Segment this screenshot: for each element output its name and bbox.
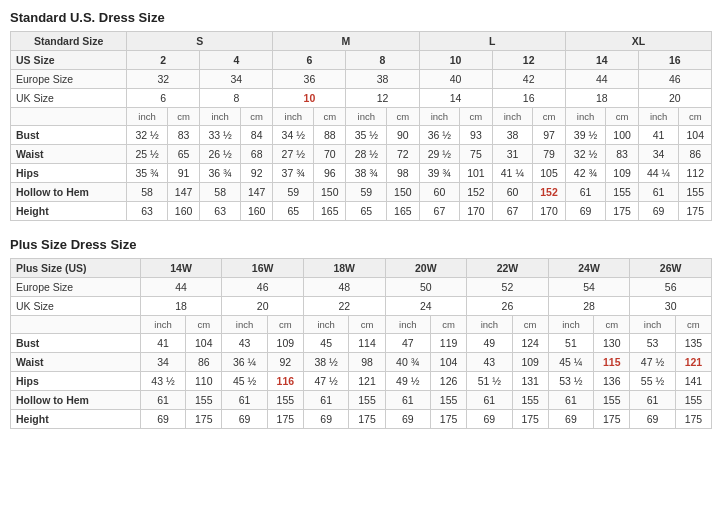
plus-22w: 22W (467, 259, 549, 278)
standard-table: Standard Size S M L XL US Size 2 4 6 8 1… (10, 31, 712, 221)
us-size-header: US Size (11, 51, 127, 70)
plus-uk-label: UK Size (11, 297, 141, 316)
us-10: 10 (419, 51, 492, 70)
standard-title: Standard U.S. Dress Size (10, 10, 712, 25)
europe-label: Europe Size (11, 70, 127, 89)
plus-18w: 18W (303, 259, 385, 278)
eu-38: 38 (346, 70, 419, 89)
plus-uk-row: UK Size 18 20 22 24 26 28 30 (11, 297, 712, 316)
hips-row: Hips 35 ¾91 36 ¾92 37 ¾96 38 ¾98 39 ¾101… (11, 164, 712, 183)
size-l: L (419, 32, 565, 51)
us-16: 16 (638, 51, 711, 70)
uk-label: UK Size (11, 89, 127, 108)
us-12: 12 (492, 51, 565, 70)
plus-hollow-hem-row: Hollow to Hem 61155 61155 61155 61155 61… (11, 391, 712, 410)
plus-waist-row: Waist 3486 36 ¼92 38 ½98 40 ¾104 43109 4… (11, 353, 712, 372)
plus-16w: 16W (222, 259, 304, 278)
plus-table: Plus Size (US) 14W 16W 18W 20W 22W 24W 2… (10, 258, 712, 429)
plus-26w: 26W (630, 259, 712, 278)
uk-8: 8 (200, 89, 273, 108)
bust-row: Bust 32 ½83 33 ½84 34 ½88 35 ½90 36 ½93 … (11, 126, 712, 145)
size-m: M (273, 32, 419, 51)
plus-24w: 24W (548, 259, 630, 278)
eu-42: 42 (492, 70, 565, 89)
eu-32: 32 (127, 70, 200, 89)
us-14: 14 (565, 51, 638, 70)
eu-34: 34 (200, 70, 273, 89)
us-size-row: US Size 2 4 6 8 10 12 14 16 (11, 51, 712, 70)
plus-europe-row: Europe Size 44 46 48 50 52 54 56 (11, 278, 712, 297)
plus-14w: 14W (140, 259, 222, 278)
unit-cm: cm (167, 108, 199, 126)
plus-20w: 20W (385, 259, 467, 278)
uk-20: 20 (638, 89, 711, 108)
uk-18: 18 (565, 89, 638, 108)
size-s: S (127, 32, 273, 51)
standard-size-label: Standard Size (11, 32, 127, 51)
eu-46: 46 (638, 70, 711, 89)
plus-size-group-row: Plus Size (US) 14W 16W 18W 20W 22W 24W 2… (11, 259, 712, 278)
height-row: Height 63160 63160 65165 65165 67170 671… (11, 202, 712, 221)
eu-36: 36 (273, 70, 346, 89)
uk-6: 6 (127, 89, 200, 108)
standard-unit-row: inchcm inchcm inchcm inchcm inchcm inchc… (11, 108, 712, 126)
unit-inch: inch (127, 108, 168, 126)
plus-size-label: Plus Size (US) (11, 259, 141, 278)
plus-unit-row: inchcm inchcm inchcm inchcm inchcm inchc… (11, 316, 712, 334)
eu-40: 40 (419, 70, 492, 89)
europe-size-row: Europe Size 32 34 36 38 40 42 44 46 (11, 70, 712, 89)
uk-10: 10 (273, 89, 346, 108)
us-4: 4 (200, 51, 273, 70)
plus-europe-label: Europe Size (11, 278, 141, 297)
hollow-hem-row: Hollow to Hem 58147 58147 59150 59150 60… (11, 183, 712, 202)
waist-row: Waist 25 ½65 26 ½68 27 ½70 28 ½72 29 ½75… (11, 145, 712, 164)
uk-14: 14 (419, 89, 492, 108)
standard-size-group-row: Standard Size S M L XL (11, 32, 712, 51)
uk-12: 12 (346, 89, 419, 108)
uk-16: 16 (492, 89, 565, 108)
eu-44: 44 (565, 70, 638, 89)
plus-bust-row: Bust 41104 43109 45114 47119 49124 51130… (11, 334, 712, 353)
us-8: 8 (346, 51, 419, 70)
uk-size-row: UK Size 6 8 10 12 14 16 18 20 (11, 89, 712, 108)
us-6: 6 (273, 51, 346, 70)
us-2: 2 (127, 51, 200, 70)
plus-height-row: Height 69175 69175 69175 69175 69175 691… (11, 410, 712, 429)
size-xl: XL (565, 32, 711, 51)
plus-hips-row: Hips 43 ½110 45 ½116 47 ½121 49 ½126 51 … (11, 372, 712, 391)
plus-title: Plus Size Dress Size (10, 237, 712, 252)
